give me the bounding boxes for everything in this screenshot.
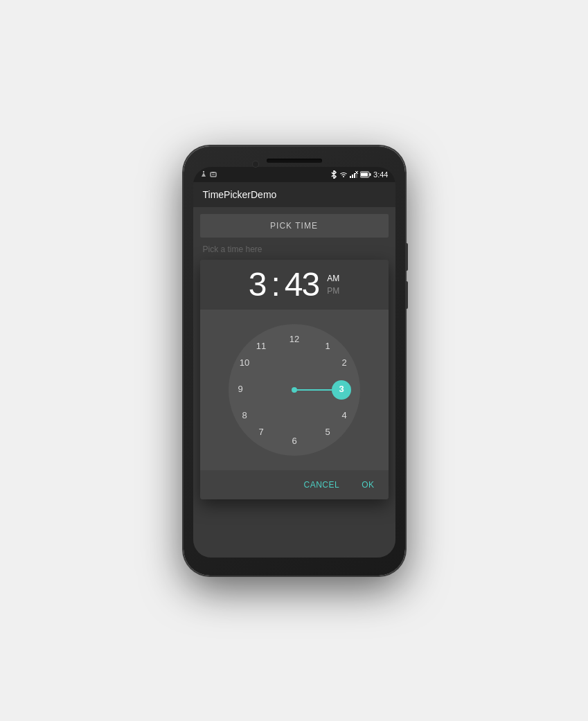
dialog-buttons: CANCEL OK bbox=[200, 470, 389, 499]
phone-device: 3:44 TimePickerDemo PICK TIME Pick a tim… bbox=[184, 146, 405, 576]
time-colon: : bbox=[271, 268, 278, 301]
timepicker-dialog: 3 : 43 AM PM bbox=[200, 260, 389, 499]
side-button-volume-down[interactable] bbox=[405, 281, 408, 309]
wifi-icon bbox=[339, 171, 348, 178]
svg-text:2: 2 bbox=[341, 357, 346, 368]
svg-text:1: 1 bbox=[325, 341, 330, 351]
pm-option[interactable]: PM bbox=[327, 285, 339, 296]
notification-icon-1 bbox=[200, 171, 207, 178]
clock-face[interactable]: 12 1 2 3 4 5 6 7 bbox=[225, 321, 364, 459]
phone-screen: 3:44 TimePickerDemo PICK TIME Pick a tim… bbox=[193, 167, 395, 558]
svg-text:11: 11 bbox=[256, 341, 265, 351]
svg-rect-7 bbox=[354, 173, 355, 178]
time-display-minutes[interactable]: 43 bbox=[285, 268, 319, 301]
ok-button[interactable]: OK bbox=[356, 476, 380, 494]
notification-icon-2 bbox=[210, 171, 217, 178]
time-header: 3 : 43 AM PM bbox=[200, 260, 389, 310]
svg-text:3: 3 bbox=[339, 384, 344, 394]
svg-text:5: 5 bbox=[325, 427, 330, 437]
svg-rect-13 bbox=[370, 173, 371, 176]
app-content: PICK TIME Pick a time here 3 : 43 AM PM bbox=[193, 207, 395, 558]
svg-text:10: 10 bbox=[239, 357, 249, 368]
svg-rect-3 bbox=[212, 172, 215, 173]
app-title: TimePickerDemo bbox=[203, 189, 277, 200]
ampm-container: AM PM bbox=[327, 273, 339, 296]
svg-text:6: 6 bbox=[292, 436, 296, 446]
status-left-icons bbox=[200, 171, 217, 178]
status-bar: 3:44 bbox=[193, 167, 395, 182]
svg-marker-0 bbox=[202, 172, 206, 177]
svg-text:9: 9 bbox=[238, 384, 242, 394]
svg-text:12: 12 bbox=[289, 334, 299, 344]
svg-rect-6 bbox=[352, 175, 353, 178]
phone-camera bbox=[253, 161, 258, 167]
status-right-icons: 3:44 bbox=[330, 170, 388, 179]
signal-icon bbox=[350, 171, 358, 178]
cancel-button[interactable]: CANCEL bbox=[298, 476, 345, 494]
svg-text:7: 7 bbox=[258, 427, 263, 437]
svg-rect-12 bbox=[361, 172, 368, 176]
phone-speaker bbox=[267, 159, 322, 163]
svg-point-16 bbox=[292, 387, 297, 393]
clock-container: 12 1 2 3 4 5 6 7 bbox=[200, 310, 389, 470]
bluetooth-icon bbox=[330, 170, 337, 179]
pick-time-button[interactable]: PICK TIME bbox=[200, 214, 389, 238]
app-bar: TimePickerDemo bbox=[193, 182, 395, 207]
time-display-hours[interactable]: 3 bbox=[249, 268, 266, 301]
svg-text:4: 4 bbox=[341, 410, 346, 420]
hint-text: Pick a time here bbox=[200, 244, 262, 254]
svg-rect-1 bbox=[203, 171, 204, 172]
battery-icon bbox=[360, 171, 371, 178]
svg-text:8: 8 bbox=[242, 410, 247, 420]
am-option[interactable]: AM bbox=[327, 273, 339, 284]
side-button-volume-up[interactable] bbox=[405, 243, 408, 271]
svg-rect-5 bbox=[350, 176, 351, 178]
status-time: 3:44 bbox=[373, 170, 388, 179]
